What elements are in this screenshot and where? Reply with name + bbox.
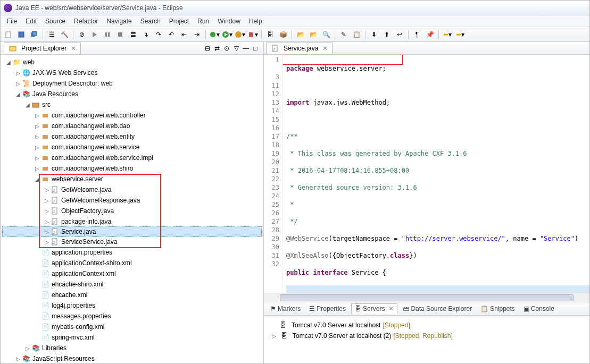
focus-button[interactable]: ⊙	[222, 44, 231, 53]
external-tools-button[interactable]: ▾	[247, 29, 259, 40]
tab-properties[interactable]: ☰Properties	[306, 304, 349, 314]
menu-file[interactable]: File	[3, 16, 21, 26]
view-menu-button[interactable]: ▽	[232, 44, 240, 53]
tab-servers[interactable]: 🗄Servers✕	[351, 303, 397, 314]
disconnect-button[interactable]: 𝌆	[127, 29, 139, 40]
minimize-button[interactable]: —	[242, 44, 250, 53]
close-icon[interactable]: ✕	[322, 45, 328, 52]
tab-markers[interactable]: ⚑Markers	[267, 304, 304, 314]
next-annotation-button[interactable]: ⬇	[368, 29, 380, 40]
menu-edit[interactable]: Edit	[21, 16, 41, 26]
expand-arrow[interactable]: ▷	[270, 333, 278, 339]
forward-button[interactable]: ➡▾	[454, 29, 466, 40]
tree-pkg-dao[interactable]: ▷com.xiaochangwei.web.dao	[3, 121, 263, 131]
menu-source[interactable]: Source	[41, 16, 70, 26]
stop-button[interactable]	[114, 29, 126, 40]
menu-run[interactable]: Run	[193, 16, 213, 26]
tree-file-appprops[interactable]: 📄application.properties	[3, 247, 263, 258]
prev-annotation-button[interactable]: ⬆	[381, 29, 393, 40]
tree-file-ctx[interactable]: 📄applicationContext.xml	[3, 268, 263, 279]
skip-breakpoints-button[interactable]: ⊘	[76, 29, 88, 40]
build-button[interactable]: 🔨	[59, 29, 70, 40]
servers-view[interactable]: 🗄 Tomcat v7.0 Server at localhost [Stopp…	[264, 316, 589, 363]
tree-pkg-service[interactable]: ▷com.xiaochangwei.web.service	[3, 142, 263, 153]
debug-button[interactable]: ▾	[209, 29, 220, 40]
tree-deploy[interactable]: ▷📜Deployment Descriptor: web	[3, 78, 263, 89]
last-edit-button[interactable]: ↩	[394, 29, 405, 40]
step-return-button[interactable]: ↶	[165, 29, 177, 40]
tree-pkg-webservice-server[interactable]: ◢webservice.server	[3, 174, 263, 184]
save-button[interactable]	[15, 29, 27, 40]
pin-button[interactable]: 📌	[424, 29, 436, 40]
toggle-mark-button[interactable]: ✎	[338, 29, 350, 40]
tree-file-getwelcomeresponse[interactable]: ▷JGetWelcomeResponse.java	[3, 195, 263, 206]
pause-button[interactable]	[102, 29, 113, 40]
step-filter-button[interactable]: ⇥	[191, 29, 203, 40]
code-editor[interactable]: 1 3 11 12 13 14 15 16 17 18 19 20 21 22 …	[264, 55, 589, 293]
tree-file-log4j[interactable]: 📄log4j.properties	[3, 300, 263, 311]
tree-jsres[interactable]: ▷📚JavaScript Resources	[3, 353, 263, 363]
run-button[interactable]: ▾	[221, 29, 233, 40]
tree-jaxws[interactable]: ▷🌐JAX-WS Web Services	[3, 67, 263, 78]
tree-file-serviceservice[interactable]: ▷JServiceService.java	[3, 236, 263, 247]
tree-project[interactable]: ◢📁web	[3, 57, 263, 67]
open-task-button[interactable]: 📂	[308, 29, 319, 40]
link-editor-button[interactable]: ⇄	[213, 44, 221, 53]
back-button[interactable]: ⬅▾	[442, 29, 453, 40]
tab-console[interactable]: ▣Console	[520, 304, 558, 314]
main-toolbar: ☰ 🔨 ⊘ 𝌆 ↴ ↷ ↶ ⇤ ⇥ ▾ ▾ ▾ ▾ 🗄 📦 📂 📂 🔍 ✎ 📋 …	[1, 27, 589, 42]
code-content[interactable]: package webservice.server; import javax.…	[283, 55, 589, 293]
server-row-1[interactable]: 🗄 Tomcat v7.0 Server at localhost [Stopp…	[270, 320, 583, 331]
server-row-2[interactable]: ▷ 🗄 Tomcat v7.0 Server at localhost (2) …	[270, 331, 583, 341]
tree-file-packageinfo[interactable]: ▷Jpackage-info.java	[3, 216, 263, 227]
editor-tab-service[interactable]: J Service.java ✕	[266, 43, 333, 54]
menu-project[interactable]: Project	[165, 16, 193, 26]
resume-button[interactable]	[89, 29, 101, 40]
tree-file-messages[interactable]: 📄messages.properties	[3, 311, 263, 321]
close-icon[interactable]: ✕	[71, 45, 76, 52]
search-button[interactable]: 🔍	[320, 29, 332, 40]
new-server-button[interactable]: 🗄	[264, 29, 276, 40]
scroll-thumb[interactable]	[280, 294, 574, 301]
tree-libraries[interactable]: ▷📚Libraries	[3, 343, 263, 353]
menu-search[interactable]: Search	[136, 16, 165, 26]
step-over-button[interactable]: ↷	[153, 29, 164, 40]
show-whitespace-button[interactable]: ¶	[411, 29, 423, 40]
tree-file-objectfactory[interactable]: ▷JObjectFactory.java	[3, 206, 263, 216]
tree-file-ehshiro[interactable]: 📄ehcache-shiro.xml	[3, 279, 263, 290]
maximize-button[interactable]: □	[251, 44, 260, 53]
project-explorer-tab[interactable]: Project Explorer ✕	[4, 43, 81, 54]
tree-file-service[interactable]: ▷JService.java	[2, 226, 262, 237]
tree-file-mybatis[interactable]: 📄mybatis-config.xml	[3, 321, 263, 332]
tree-file-getwelcome[interactable]: ▷JGetWelcome.java	[3, 184, 263, 195]
tree-pkg-entity[interactable]: ▷com.xiaochangwei.web.entity	[3, 131, 263, 142]
menu-refactor[interactable]: Refactor	[70, 16, 102, 26]
drop-to-frame-button[interactable]: ⇤	[178, 29, 190, 40]
tree-file-ehcache[interactable]: 📄ehcache.xml	[3, 290, 263, 300]
close-icon[interactable]: ✕	[388, 305, 394, 312]
open-type-button[interactable]: 📂	[295, 29, 306, 40]
menu-navigate[interactable]: Navigate	[102, 16, 136, 26]
menu-window[interactable]: Window	[213, 16, 245, 26]
tree-src[interactable]: ◢src	[3, 99, 263, 110]
menu-help[interactable]: Help	[245, 16, 267, 26]
collapse-all-button[interactable]: ⊟	[203, 44, 212, 53]
new-button[interactable]	[3, 29, 14, 40]
project-tree[interactable]: ◢📁web ▷🌐JAX-WS Web Services ▷📜Deployment…	[1, 55, 263, 363]
new-jpa-button[interactable]: 📦	[277, 29, 289, 40]
tree-pkg-controller[interactable]: ▷com.xiaochangwei.web.controller	[3, 110, 263, 121]
tree-pkg-service-impl[interactable]: ▷com.xiaochangwei.web.service.impl	[3, 153, 263, 163]
tree-pkg-shiro[interactable]: ▷com.xiaochangwei.web.shiro	[3, 163, 263, 174]
editor-hscroll[interactable]	[264, 293, 589, 302]
tree-file-ctxshiro[interactable]: 📄applicationContext-shiro.xml	[3, 258, 263, 268]
tab-dse[interactable]: 🗃Data Source Explorer	[400, 304, 475, 314]
tree-javares[interactable]: ◢📚Java Resources	[3, 89, 263, 99]
tab-snippets[interactable]: 📋Snippets	[477, 304, 518, 314]
save-all-button[interactable]	[28, 29, 40, 40]
svg-rect-20	[43, 167, 48, 171]
annotation-button[interactable]: 📋	[351, 29, 362, 40]
toggle-breadcrumb-button[interactable]: ☰	[46, 29, 57, 40]
tree-file-springmvc[interactable]: 📄spring-mvc.xml	[3, 332, 263, 343]
run-last-button[interactable]: ▾	[234, 29, 246, 40]
step-into-button[interactable]: ↴	[140, 29, 152, 40]
